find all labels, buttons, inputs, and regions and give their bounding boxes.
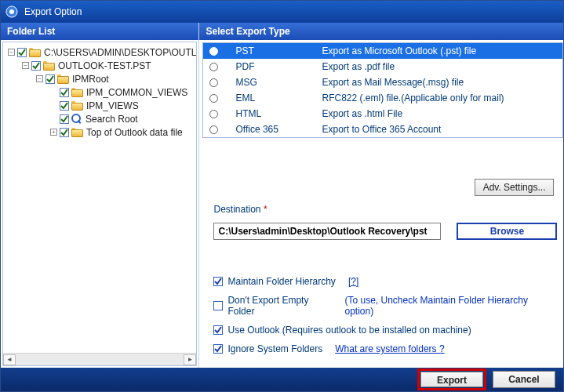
option-label: Don't Export Empty Folder [227, 295, 337, 317]
destination-label: Destination * [213, 204, 557, 215]
type-code: PDF [235, 61, 322, 72]
checkbox[interactable] [213, 301, 223, 310]
tree-node-root[interactable]: − C:\USERS\ADMIN\DESKTOP\OUTL [3, 45, 196, 59]
tree-label: OUTLOOK-TEST.PST [58, 60, 151, 71]
destination-label-text: Destination [213, 204, 260, 215]
scroll-left-icon[interactable]: ◄ [3, 354, 16, 365]
export-type-list: PST Export as Microsoft Outlook (.pst) f… [202, 42, 563, 138]
folder-list-pane: Folder List − C:\USERS\ADMIN\DESKTOP\OUT… [1, 23, 199, 368]
export-type-pst[interactable]: PST Export as Microsoft Outlook (.pst) f… [203, 43, 562, 59]
checkbox[interactable] [31, 61, 41, 71]
checkbox[interactable] [213, 344, 223, 354]
scroll-track[interactable] [16, 354, 184, 365]
tree-label: Top of Outlook data file [86, 127, 183, 138]
checkbox[interactable] [60, 114, 69, 124]
tree-node-ipmroot[interactable]: − IPMRoot [3, 72, 196, 85]
folder-icon [71, 101, 83, 111]
tree-node-search-root[interactable]: Search Root [3, 112, 196, 125]
type-code: MSG [235, 77, 322, 88]
tree-label: Search Root [86, 114, 138, 125]
horizontal-scrollbar[interactable]: ◄ ► [3, 353, 196, 365]
export-button-highlight: Export [417, 368, 486, 390]
option-use-outlook[interactable]: Use Outlook (Requires outlook to be inst… [213, 325, 557, 336]
minus-icon[interactable]: − [36, 75, 43, 82]
export-type-header: Select Export Type [199, 23, 564, 40]
folder-icon [29, 48, 41, 57]
checkbox[interactable] [60, 101, 69, 111]
checkbox[interactable] [60, 88, 69, 97]
radio-icon[interactable] [209, 78, 218, 87]
folder-icon [57, 74, 69, 84]
folder-icon [43, 61, 55, 71]
destination-input[interactable] [213, 223, 441, 240]
checkbox[interactable] [213, 325, 223, 335]
export-type-eml[interactable]: EML RFC822 (.eml) file.(Applicable only … [203, 90, 562, 106]
export-type-office365[interactable]: Office 365 Export to Office 365 Account [203, 122, 562, 137]
type-desc: Export to Office 365 Account [322, 124, 556, 135]
search-icon [71, 114, 82, 125]
folder-icon [71, 88, 83, 97]
radio-icon[interactable] [209, 110, 218, 118]
type-desc: Export as .pdf file [322, 61, 556, 72]
checkbox[interactable] [17, 48, 27, 57]
type-code: PST [235, 45, 322, 56]
scroll-right-icon[interactable]: ► [184, 354, 196, 365]
checkbox[interactable] [60, 128, 69, 137]
type-desc: RFC822 (.eml) file.(Applicable only for … [322, 93, 556, 103]
cancel-button[interactable]: Cancel [493, 371, 555, 388]
radio-icon[interactable] [209, 125, 218, 134]
tree-node-views[interactable]: IPM_VIEWS [3, 99, 196, 112]
minus-icon[interactable]: − [22, 62, 29, 69]
option-maintain-hierarchy[interactable]: Maintain Folder Hierarchy [?] [213, 276, 557, 287]
type-desc: Export as Microsoft Outlook (.pst) file [322, 45, 556, 56]
radio-icon[interactable] [209, 63, 218, 71]
export-type-pane: Select Export Type PST Export as Microso… [199, 23, 564, 368]
radio-icon[interactable] [209, 47, 218, 56]
export-type-pdf[interactable]: PDF Export as .pdf file [203, 59, 562, 74]
type-desc: Export as Mail Message(.msg) file [322, 77, 556, 88]
minus-icon[interactable]: − [8, 49, 15, 56]
plus-icon[interactable]: + [50, 129, 57, 136]
export-type-msg[interactable]: MSG Export as Mail Message(.msg) file [203, 74, 562, 90]
tree-node-pst[interactable]: − OUTLOOK-TEST.PST [3, 59, 196, 72]
type-code: HTML [235, 108, 322, 119]
help-link[interactable]: [?] [348, 276, 358, 287]
tree-label: C:\USERS\ADMIN\DESKTOP\OUTL [44, 47, 196, 58]
adv-settings-button[interactable]: Adv. Settings... [475, 179, 555, 196]
folder-icon [71, 128, 83, 137]
radio-icon[interactable] [209, 94, 218, 103]
tree-label: IPM_COMMON_VIEWS [86, 87, 187, 98]
option-label: Ignore System Folders [227, 343, 322, 354]
dialog-footer: Export Cancel [1, 368, 563, 391]
system-folders-help-link[interactable]: What are system folders ? [335, 343, 444, 354]
folder-tree: − C:\USERS\ADMIN\DESKTOP\OUTL − OUTLOOK-… [2, 42, 197, 366]
browse-button[interactable]: Browse [457, 223, 557, 240]
title-bar: Export Option [1, 1, 563, 23]
type-desc: Export as .html File [322, 108, 556, 119]
svg-point-1 [9, 9, 14, 14]
required-marker: * [264, 204, 267, 215]
tree-node-top-of-outlook[interactable]: + Top of Outlook data file [3, 125, 196, 139]
checkbox[interactable] [213, 277, 223, 286]
folder-list-header: Folder List [1, 23, 198, 40]
app-icon [5, 5, 18, 18]
option-note: (To use, Uncheck Maintain Folder Hierarc… [344, 295, 557, 317]
option-dont-export-empty[interactable]: Don't Export Empty Folder (To use, Unche… [213, 295, 557, 317]
tree-label: IPMRoot [72, 74, 109, 85]
tree-label: IPM_VIEWS [86, 100, 139, 111]
option-label: Maintain Folder Hierarchy [227, 276, 335, 287]
export-button[interactable]: Export [420, 372, 483, 387]
option-label: Use Outlook (Requires outlook to be inst… [227, 325, 471, 336]
checkbox[interactable] [45, 74, 55, 84]
tree-node-common-views[interactable]: IPM_COMMON_VIEWS [3, 85, 196, 99]
export-type-html[interactable]: HTML Export as .html File [203, 106, 562, 122]
type-code: EML [235, 93, 322, 103]
type-code: Office 365 [235, 124, 322, 135]
window-title: Export Option [24, 6, 82, 17]
option-ignore-system-folders[interactable]: Ignore System Folders What are system fo… [213, 343, 557, 354]
